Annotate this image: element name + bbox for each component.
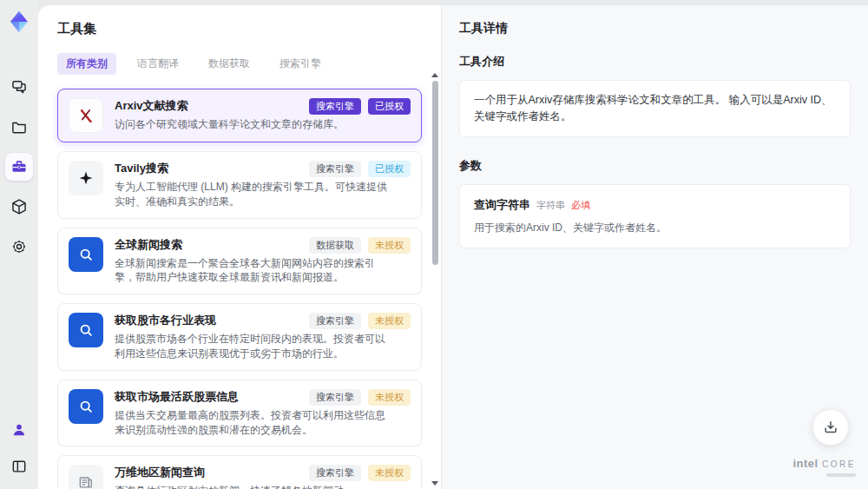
- panel-toggle-icon[interactable]: [5, 453, 33, 480]
- sidebar: [0, 0, 38, 489]
- params-heading: 参数: [459, 158, 851, 174]
- tavily-star-icon: [69, 161, 103, 195]
- detail-title: 工具详情: [459, 21, 851, 36]
- main-surface: 工具集 所有类别 语言翻译 数据获取 搜索引擎 Arxiv文献搜索: [38, 5, 868, 489]
- intel-word: intel: [792, 457, 818, 470]
- scroll-down-arrow-icon[interactable]: [431, 481, 438, 486]
- tool-description: 全球新闻搜索是一个聚合全球各大新闻网站内容的搜索引擎，帮助用户快速获取全球最新资…: [115, 256, 391, 286]
- app-logo-icon: [4, 7, 34, 36]
- stock-search-icon: [69, 313, 103, 347]
- tab-data-acquisition[interactable]: 数据获取: [200, 53, 259, 75]
- tool-name: 全球新闻搜索: [115, 237, 182, 253]
- tool-name: Tavily搜索: [115, 161, 168, 176]
- tool-card-regional-news[interactable]: 万维地区新闻查询 搜索引擎 未授权 查询具体行政区划内的新闻，快速了解各地新闻动: [57, 455, 422, 489]
- tool-name: 万维地区新闻查询: [115, 465, 205, 480]
- tool-description: 提供股票市场各个行业在特定时间段内的表现。投资者可以利用这些信息来识别表现优于或…: [115, 332, 391, 361]
- tab-all-categories[interactable]: 所有类别: [57, 53, 116, 75]
- user-account-icon[interactable]: [5, 416, 33, 444]
- param-type: 字符串: [536, 199, 565, 212]
- auth-status-badge: 未授权: [368, 313, 411, 329]
- tool-card-body: 全球新闻搜索 数据获取 未授权 全球新闻搜索是一个聚合全球各大新闻网站内容的搜索…: [115, 237, 411, 286]
- tool-description: 专为人工智能代理 (LLM) 构建的搜索引擎工具。可快速提供实时、准确和真实的结…: [115, 180, 391, 209]
- category-tabs: 所有类别 语言翻译 数据获取 搜索引擎: [57, 53, 422, 75]
- category-badge: 搜索引擎: [309, 161, 361, 177]
- auth-status-badge: 未授权: [368, 465, 411, 481]
- auth-status-badge: 已授权: [368, 161, 411, 177]
- category-badge: 搜索引擎: [309, 465, 361, 481]
- tool-card-body: 获取股市各行业表现 搜索引擎 未授权 提供股票市场各个行业在特定时间段内的表现。…: [115, 313, 411, 361]
- param-name: 查询字符串: [474, 197, 530, 213]
- category-badge: 搜索引擎: [309, 313, 361, 329]
- tool-list-panel: 工具集 所有类别 语言翻译 数据获取 搜索引擎 Arxiv文献搜索: [38, 5, 441, 489]
- category-badge: 数据获取: [309, 237, 361, 254]
- param-description: 用于搜索的Arxiv ID、关键字或作者姓名。: [474, 221, 836, 235]
- newspaper-icon: [69, 465, 103, 489]
- tab-language-translation[interactable]: 语言翻译: [128, 53, 187, 75]
- sidebar-nav: [5, 73, 33, 261]
- tool-card-body: Tavily搜索 搜索引擎 已授权 专为人工智能代理 (LLM) 构建的搜索引擎…: [115, 161, 411, 209]
- tool-card-tavily[interactable]: Tavily搜索 搜索引擎 已授权 专为人工智能代理 (LLM) 构建的搜索引擎…: [57, 151, 422, 219]
- folder-icon[interactable]: [5, 113, 33, 141]
- param-required-badge: 必填: [571, 199, 590, 212]
- stock-search-icon: [69, 389, 103, 424]
- tool-card-arxiv[interactable]: Arxiv文献搜索 搜索引擎 已授权 访问各个研究领域大量科学论文和文章的存储库…: [57, 89, 422, 142]
- intro-heading: 工具介绍: [459, 54, 851, 69]
- tool-card-body: 获取市场最活跃股票信息 搜索引擎 未授权 提供当天交易量最高的股票列表。投资者可…: [115, 389, 411, 438]
- tool-card-list: Arxiv文献搜索 搜索引擎 已授权 访问各个研究领域大量科学论文和文章的存储库…: [57, 89, 422, 489]
- tool-name: Arxiv文献搜索: [115, 98, 188, 114]
- package-icon[interactable]: [5, 193, 33, 221]
- tool-name: 获取市场最活跃股票信息: [115, 389, 239, 405]
- settings-gear-icon[interactable]: [5, 233, 33, 261]
- tool-description: 提供当天交易量最高的股票列表。投资者可以利用这些信息来识别流动性强的股票和潜在的…: [115, 408, 391, 438]
- tool-detail-panel: 工具详情 工具介绍 一个用于从Arxiv存储库搜索科学论文和文章的工具。 输入可…: [441, 5, 868, 489]
- page-title: 工具集: [57, 21, 422, 37]
- auth-status-badge: 未授权: [368, 237, 411, 254]
- tool-description: 访问各个研究领域大量科学论文和文章的存储库。: [115, 117, 391, 132]
- scrollbar-thumb[interactable]: [432, 81, 438, 265]
- category-badge: 搜索引擎: [309, 389, 361, 406]
- toolbox-icon-active[interactable]: [5, 153, 33, 181]
- arxiv-logo-icon: [69, 98, 103, 133]
- intel-core-logo: intel CORE: [792, 455, 856, 477]
- download-button[interactable]: [812, 409, 849, 446]
- tool-card-global-news[interactable]: 全球新闻搜索 数据获取 未授权 全球新闻搜索是一个聚合全球各大新闻网站内容的搜索…: [57, 228, 422, 295]
- tool-card-body: 万维地区新闻查询 搜索引擎 未授权 查询具体行政区划内的新闻，快速了解各地新闻动: [115, 465, 411, 489]
- news-search-icon: [69, 237, 103, 272]
- tool-name: 获取股市各行业表现: [115, 313, 216, 328]
- core-word: CORE: [822, 459, 856, 469]
- scroll-up-arrow-icon[interactable]: [431, 73, 438, 77]
- tool-card-sector-performance[interactable]: 获取股市各行业表现 搜索引擎 未授权 提供股票市场各个行业在特定时间段内的表现。…: [57, 303, 422, 371]
- auth-status-badge: 未授权: [368, 389, 411, 406]
- intel-core-subbadge: [826, 473, 856, 477]
- tool-description: 查询具体行政区划内的新闻，快速了解各地新闻动: [115, 484, 391, 489]
- auth-status-badge: 已授权: [368, 98, 411, 115]
- tool-card-body: Arxiv文献搜索 搜索引擎 已授权 访问各个研究领域大量科学论文和文章的存储库…: [115, 98, 411, 133]
- category-badge: 搜索引擎: [309, 98, 361, 115]
- param-card: 查询字符串 字符串 必填 用于搜索的Arxiv ID、关键字或作者姓名。: [459, 184, 851, 248]
- intro-card: 一个用于从Arxiv存储库搜索科学论文和文章的工具。 输入可以是Arxiv ID…: [459, 80, 851, 137]
- sidebar-bottom: [5, 416, 33, 480]
- chat-icon[interactable]: [5, 73, 33, 101]
- tool-card-active-stocks[interactable]: 获取市场最活跃股票信息 搜索引擎 未授权 提供当天交易量最高的股票列表。投资者可…: [57, 380, 422, 447]
- list-scrollbar[interactable]: [431, 71, 439, 489]
- tab-search-engine[interactable]: 搜索引擎: [271, 53, 330, 75]
